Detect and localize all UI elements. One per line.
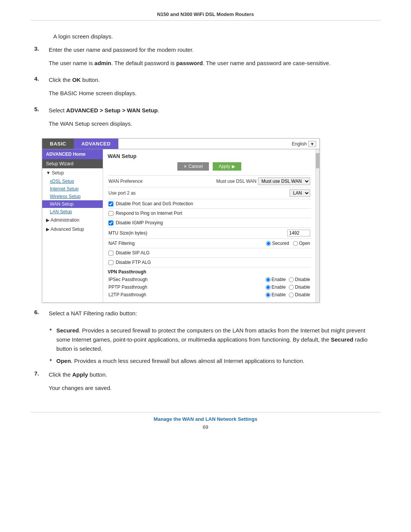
step5-main: Select ADVANCED > Setup > WAN Setup. xyxy=(49,106,159,115)
main-content: WAN Setup ✕ Cancel Apply ▶ WAN Pref xyxy=(103,149,315,302)
pptp-enable-radio[interactable] xyxy=(266,285,271,290)
router-body: ADVANCED Home Setup Wizard ▼ Setup xDSL … xyxy=(42,149,319,302)
nat-open-option: Open xyxy=(293,241,310,246)
step3-main: Enter the user name and password for the… xyxy=(49,45,331,55)
sidebar-advanced-setup[interactable]: ▶ Advanced Setup xyxy=(42,225,103,234)
nat-filtering-options: Secured Open xyxy=(266,241,310,246)
disable-ftp-label: Disable FTP ALG xyxy=(116,260,151,265)
ipsec-options: Enable Disable xyxy=(266,277,310,282)
respond-ping-checkbox[interactable] xyxy=(108,211,113,216)
bullet-open: Open. Provides a much less secured firew… xyxy=(49,356,381,366)
mtu-input[interactable] xyxy=(287,230,310,236)
scrollbar[interactable] xyxy=(315,149,319,302)
respond-ping-row: Respond to Ping on Internet Port xyxy=(108,208,311,218)
pptp-enable-option: Enable xyxy=(266,284,286,290)
apply-button[interactable]: Apply ▶ xyxy=(213,162,241,171)
l2tp-disable-radio[interactable] xyxy=(289,292,294,297)
nat-filtering-row: NAT Filtering Secured Open xyxy=(108,238,311,248)
ipsec-disable-radio[interactable] xyxy=(289,277,294,282)
sidebar-administration[interactable]: ▶ Administration xyxy=(42,216,103,225)
disable-igmp-row: Disable IGMP Proxying xyxy=(108,218,311,227)
l2tp-enable-label: Enable xyxy=(272,292,286,297)
vpn-section: VPN Passthrough IPSec Passthrough Enable xyxy=(108,267,311,299)
cancel-button[interactable]: ✕ Cancel xyxy=(177,162,209,171)
vpn-title: VPN Passthrough xyxy=(108,269,311,275)
disable-ftp-row: Disable FTP ALG xyxy=(108,257,311,267)
language-dropdown-arrow[interactable]: ▼ xyxy=(308,141,316,147)
step6-content: Select a NAT Filtering radio button: xyxy=(49,309,137,322)
step6-num: 6. xyxy=(30,309,49,322)
pptp-disable-radio[interactable] xyxy=(289,285,294,290)
use-port2-value: LAN xyxy=(290,189,310,197)
pptp-disable-option: Disable xyxy=(289,284,310,290)
step7-main: Click the Apply button. xyxy=(49,370,112,380)
page-header: N150 and N300 WiFi DSL Modem Routers xyxy=(30,11,381,21)
nat-secured-label: Secured xyxy=(272,241,289,246)
tab-basic[interactable]: BASIC xyxy=(42,139,74,149)
sidebar: ADVANCED Home Setup Wizard ▼ Setup xDSL … xyxy=(42,149,103,302)
login-screen-text: A login screen displays. xyxy=(53,32,381,42)
sidebar-item-xdsl[interactable]: xDSL Setup xyxy=(42,177,103,185)
scrollbar-thumb[interactable] xyxy=(316,153,319,168)
step4-main: Click the OK button. xyxy=(49,75,137,85)
step7: 7. Click the Apply button. Your changes … xyxy=(30,370,381,397)
use-port2-row: Use port 2 as LAN xyxy=(108,187,311,199)
nat-secured-radio[interactable] xyxy=(266,241,271,246)
use-port2-label: Use port 2 as xyxy=(108,190,290,196)
ipsec-enable-radio[interactable] xyxy=(266,277,271,282)
disable-sip-checkbox[interactable] xyxy=(108,251,113,256)
disable-port-scan-row: Disable Port Scan and DoS Protection xyxy=(108,199,311,208)
wan-title: WAN Setup xyxy=(108,153,311,159)
page: N150 and N300 WiFi DSL Modem Routers A l… xyxy=(0,0,411,453)
router-ui-screenshot: BASIC ADVANCED English ▼ ADVANCED Home S… xyxy=(42,138,320,303)
sidebar-item-wan[interactable]: WAN Setup xyxy=(42,200,103,208)
nat-filtering-label: NAT Filtering xyxy=(108,241,264,246)
cancel-x-icon: ✕ xyxy=(183,164,187,169)
nat-secured-option: Secured xyxy=(266,241,289,246)
step4-sub: The BASIC Home screen displays. xyxy=(49,89,137,98)
sidebar-setup-wizard[interactable]: Setup Wizard xyxy=(42,159,103,168)
bullet-secured: Secured. Provides a secured firewall to … xyxy=(49,326,381,353)
use-port2-select[interactable]: LAN xyxy=(290,189,310,197)
ipsec-label: IPSec Passthrough xyxy=(108,277,266,282)
topbar-right: English ▼ xyxy=(292,139,319,149)
pptp-row: PPTP Passthrough Enable Disable xyxy=(108,283,311,291)
wan-preference-label: WAN Preference xyxy=(108,179,216,184)
wan-preference-select[interactable]: Must use DSL WAN xyxy=(258,177,310,185)
language-label: English xyxy=(292,141,307,147)
step3-content: Enter the user name and password for the… xyxy=(49,45,331,72)
apply-arrow-icon: ▶ xyxy=(232,164,235,169)
pptp-enable-label: Enable xyxy=(272,284,286,290)
ipsec-enable-label: Enable xyxy=(272,277,286,282)
step7-num: 7. xyxy=(30,370,49,397)
pptp-options: Enable Disable xyxy=(266,284,310,290)
disable-sip-label: Disable SIP ALG xyxy=(116,250,150,256)
sidebar-item-wireless[interactable]: Wireless Setup xyxy=(42,193,103,200)
step7-content: Click the Apply button. Your changes are… xyxy=(49,370,112,397)
footer-link: Manage the WAN and LAN Network Settings xyxy=(30,416,381,422)
mtu-row: MTU Size(in bytes) xyxy=(108,227,311,238)
l2tp-label: L2TP Passthrough xyxy=(108,292,266,297)
step5-content: Select ADVANCED > Setup > WAN Setup. The… xyxy=(49,106,159,133)
l2tp-enable-radio[interactable] xyxy=(266,292,271,297)
step4-num: 4. xyxy=(30,75,49,102)
ipsec-enable-option: Enable xyxy=(266,277,286,282)
wan-actions: ✕ Cancel Apply ▶ xyxy=(108,162,311,171)
sidebar-item-lan[interactable]: LAN Setup xyxy=(42,208,103,216)
sidebar-item-internet[interactable]: Internet Setup xyxy=(42,185,103,193)
step3-num: 3. xyxy=(30,45,49,72)
step5: 5. Select ADVANCED > Setup > WAN Setup. … xyxy=(30,106,381,133)
nat-open-radio[interactable] xyxy=(293,241,298,246)
tab-advanced[interactable]: ADVANCED xyxy=(74,139,118,149)
disable-igmp-checkbox[interactable] xyxy=(108,220,113,225)
l2tp-options: Enable Disable xyxy=(266,292,310,297)
step5-num: 5. xyxy=(30,106,49,133)
disable-ftp-checkbox[interactable] xyxy=(108,260,113,265)
l2tp-row: L2TP Passthrough Enable Disable xyxy=(108,291,311,299)
l2tp-disable-option: Disable xyxy=(289,292,310,297)
sidebar-advanced-home[interactable]: ADVANCED Home xyxy=(42,149,103,159)
disable-port-scan-checkbox[interactable] xyxy=(108,201,113,206)
disable-sip-row: Disable SIP ALG xyxy=(108,248,311,257)
pptp-disable-label: Disable xyxy=(295,284,310,290)
sidebar-setup-section[interactable]: ▼ Setup xyxy=(42,168,103,177)
